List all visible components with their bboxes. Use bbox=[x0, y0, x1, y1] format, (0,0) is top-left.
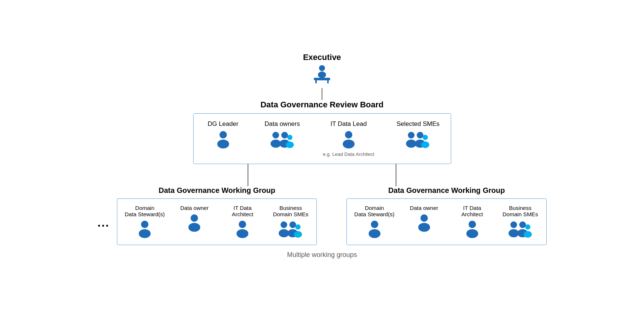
svg-rect-3 bbox=[315, 80, 317, 83]
svg-point-38 bbox=[369, 229, 380, 238]
svg-point-45 bbox=[519, 221, 526, 228]
wg-left-it-architect: IT Data Architect bbox=[224, 205, 261, 239]
wg-left-label: Data Governance Working Group bbox=[159, 186, 275, 195]
svg-point-28 bbox=[188, 223, 200, 232]
executive-node: Executive bbox=[303, 53, 341, 87]
svg-point-47 bbox=[525, 224, 530, 230]
wg-left-it-architect-icon bbox=[234, 220, 251, 239]
wg-left-it-architect-label: IT Data Architect bbox=[232, 205, 253, 217]
svg-point-17 bbox=[417, 132, 423, 138]
selected-smes-label: Selected SMEs bbox=[396, 120, 439, 128]
role-dg-leader: DG Leader bbox=[205, 120, 242, 149]
wg-left-domain-steward-icon bbox=[137, 220, 153, 239]
wg-left-data-owner-label: Data owner bbox=[180, 205, 209, 211]
svg-point-6 bbox=[217, 140, 229, 148]
svg-point-12 bbox=[286, 141, 294, 148]
svg-point-31 bbox=[281, 221, 287, 228]
svg-point-26 bbox=[139, 229, 151, 238]
svg-point-32 bbox=[279, 229, 289, 237]
wg-left-data-owner-icon bbox=[186, 213, 202, 233]
svg-point-25 bbox=[141, 221, 148, 228]
selected-smes-icon bbox=[405, 130, 431, 149]
svg-point-20 bbox=[421, 141, 429, 148]
svg-point-8 bbox=[271, 140, 281, 148]
diagram: Executive Data Governance Review Board D… bbox=[26, 53, 618, 259]
svg-point-14 bbox=[343, 140, 355, 148]
wg-right-data-owner-icon bbox=[416, 213, 432, 233]
wg-left-biz-smes-label: Business Domain SMEs bbox=[273, 205, 308, 217]
svg-point-1 bbox=[318, 71, 326, 78]
footer-label: Multiple working groups bbox=[287, 251, 357, 258]
role-it-data-lead: IT Data Lead e.g. Lead Data Architect bbox=[323, 120, 375, 157]
svg-point-36 bbox=[294, 231, 302, 238]
svg-point-39 bbox=[420, 214, 428, 222]
wg-left-data-owner: Data owner bbox=[176, 205, 213, 233]
svg-point-7 bbox=[272, 132, 279, 138]
dots-indicator: ... bbox=[97, 186, 110, 230]
wg-left-box: Domain Data Steward(s) Data owner IT Dat… bbox=[117, 198, 317, 245]
svg-point-41 bbox=[469, 221, 476, 228]
svg-point-5 bbox=[219, 131, 227, 138]
wg-right-data-owner-label: Data owner bbox=[410, 205, 438, 211]
dg-leader-icon bbox=[215, 130, 231, 149]
svg-point-42 bbox=[466, 229, 478, 238]
wg-right-it-architect: IT Data Architect bbox=[454, 205, 491, 239]
svg-point-35 bbox=[295, 224, 301, 230]
wg-right-biz-smes: Business Domain SMEs bbox=[502, 205, 539, 239]
role-data-owners: Data owners bbox=[264, 120, 301, 149]
svg-point-33 bbox=[289, 221, 296, 228]
svg-point-0 bbox=[319, 65, 325, 71]
svg-point-19 bbox=[423, 135, 428, 140]
svg-point-27 bbox=[191, 214, 198, 222]
review-board-label: Data Governance Review Board bbox=[261, 100, 384, 110]
it-data-lead-sublabel: e.g. Lead Data Architect bbox=[323, 151, 375, 157]
wg-right-biz-smes-icon bbox=[507, 220, 534, 239]
svg-point-11 bbox=[287, 135, 292, 140]
wg-right-it-architect-label: IT Data Architect bbox=[462, 205, 483, 217]
data-owners-label: Data owners bbox=[265, 120, 300, 128]
svg-point-44 bbox=[509, 229, 519, 237]
wg-right-domain-steward-label: Domain Data Steward(s) bbox=[354, 205, 394, 217]
svg-point-43 bbox=[510, 221, 517, 228]
svg-point-30 bbox=[237, 229, 248, 238]
dots-label: ... bbox=[97, 216, 110, 230]
wg-right-box: Domain Data Steward(s) Data owner IT Dat… bbox=[346, 198, 546, 245]
branch-connectors bbox=[155, 164, 489, 186]
wg-right-domain-steward: Domain Data Steward(s) bbox=[354, 205, 394, 239]
svg-rect-4 bbox=[327, 80, 329, 83]
review-board-section: Data Governance Review Board DG Leader D… bbox=[193, 100, 451, 164]
svg-point-29 bbox=[239, 221, 246, 228]
wg-left-domain-steward-label: Domain Data Steward(s) bbox=[125, 205, 165, 217]
it-data-lead-icon bbox=[341, 130, 357, 149]
review-board-box: DG Leader Data owners bbox=[193, 113, 451, 164]
it-data-lead-label: IT Data Lead bbox=[331, 120, 367, 128]
svg-point-40 bbox=[418, 223, 430, 232]
wg-left-biz-smes: Business Domain SMEs bbox=[272, 205, 309, 239]
connector-exec-to-board bbox=[322, 88, 322, 100]
svg-point-13 bbox=[345, 131, 352, 138]
wg-right-it-architect-icon bbox=[464, 220, 480, 239]
svg-point-9 bbox=[281, 132, 288, 138]
executive-icon bbox=[310, 64, 334, 87]
role-selected-smes: Selected SMEs bbox=[396, 120, 439, 149]
wg-left-biz-smes-icon bbox=[277, 220, 304, 239]
wg-right-section: Data Governance Working Group Domain Dat… bbox=[346, 186, 546, 245]
svg-point-37 bbox=[371, 221, 378, 228]
footer: Multiple working groups bbox=[287, 251, 357, 259]
wg-left-section: Data Governance Working Group Domain Dat… bbox=[117, 186, 317, 245]
wg-right-biz-smes-label: Business Domain SMEs bbox=[503, 205, 538, 217]
svg-point-16 bbox=[406, 140, 416, 148]
data-owners-icon bbox=[269, 130, 296, 149]
svg-point-15 bbox=[408, 132, 415, 138]
svg-rect-2 bbox=[314, 78, 330, 80]
executive-label: Executive bbox=[303, 53, 341, 62]
svg-point-48 bbox=[524, 231, 532, 238]
working-groups-row: ... Data Governance Working Group Domain… bbox=[97, 186, 546, 245]
wg-right-data-owner: Data owner bbox=[406, 205, 443, 233]
wg-right-label: Data Governance Working Group bbox=[388, 186, 505, 195]
wg-left-domain-steward: Domain Data Steward(s) bbox=[125, 205, 165, 239]
dg-leader-label: DG Leader bbox=[208, 120, 238, 128]
wg-right-domain-steward-icon bbox=[366, 220, 383, 239]
